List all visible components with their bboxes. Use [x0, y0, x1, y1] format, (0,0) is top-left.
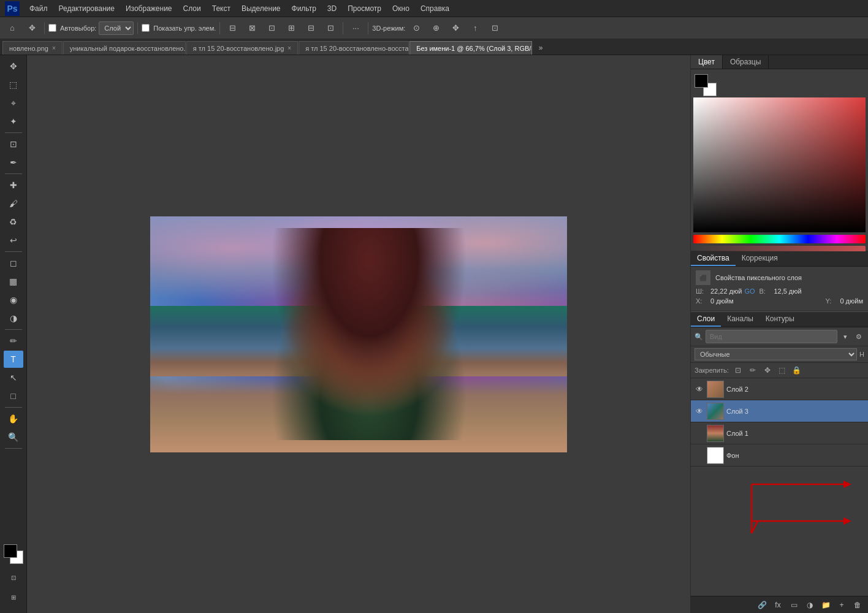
- eyedropper-tool[interactable]: ✒: [4, 154, 23, 171]
- mini-fg-swatch[interactable]: [695, 74, 708, 88]
- menu-image[interactable]: Изображение: [121, 3, 177, 14]
- tab-2[interactable]: я тл 15 20-восстановлено.jpg ×: [186, 41, 298, 55]
- canvas-image[interactable]: [150, 216, 567, 452]
- layers-search-input[interactable]: [706, 330, 837, 343]
- add-mask-btn[interactable]: ▭: [787, 598, 801, 612]
- history-brush-tool[interactable]: ↩: [4, 232, 23, 249]
- screen-mode-btn[interactable]: ⊞: [4, 588, 23, 606]
- add-style-btn[interactable]: fx: [771, 598, 785, 612]
- 3d-roll-btn[interactable]: ⊕: [427, 20, 444, 37]
- new-group-btn[interactable]: 📁: [819, 598, 832, 612]
- gradient-tool[interactable]: ▦: [4, 273, 23, 290]
- layer-1-visibility[interactable]: 👁: [695, 406, 704, 416]
- layer-row-0[interactable]: 👁 Слой 2: [691, 378, 868, 400]
- tab-3[interactable]: я тл 15 20-восстановлено-восстановлено.j…: [299, 41, 409, 55]
- align-center-btn[interactable]: ⊠: [243, 20, 261, 37]
- marquee-tool[interactable]: ⬚: [4, 76, 23, 93]
- lock-all-btn[interactable]: 🔒: [791, 365, 802, 376]
- canvas-area[interactable]: [27, 55, 690, 613]
- blur-tool[interactable]: ◉: [4, 291, 23, 308]
- swatches-tab[interactable]: Образцы: [723, 55, 769, 69]
- layers-filter-btn[interactable]: ▾: [840, 331, 851, 342]
- layer-0-visibility[interactable]: 👁: [695, 384, 704, 394]
- layers-tab-paths[interactable]: Контуры: [760, 312, 801, 327]
- layer-row-2[interactable]: Слой 1: [691, 422, 868, 444]
- layers-tab-layers[interactable]: Слои: [691, 312, 721, 327]
- shape-tool[interactable]: □: [4, 387, 23, 405]
- lock-nested-btn[interactable]: ⬚: [777, 365, 788, 376]
- menu-file[interactable]: Файл: [25, 3, 53, 14]
- color-spectrum[interactable]: [693, 97, 866, 232]
- distribute2-btn[interactable]: ⊡: [322, 20, 339, 37]
- menu-view[interactable]: Просмотр: [343, 3, 386, 14]
- new-layer-btn[interactable]: +: [835, 598, 848, 612]
- auto-select-checkbox[interactable]: [48, 24, 56, 32]
- hand-tool[interactable]: ✋: [4, 410, 23, 427]
- quick-mask-btn[interactable]: ⊡: [4, 569, 23, 586]
- move-tool[interactable]: ✥: [4, 58, 23, 75]
- clone-tool[interactable]: ♻: [4, 213, 23, 230]
- menu-edit[interactable]: Редактирование: [54, 3, 120, 14]
- hue-slider[interactable]: [693, 235, 866, 243]
- fg-bg-swatches[interactable]: [4, 544, 23, 564]
- correction-tab[interactable]: Коррекция: [736, 251, 784, 266]
- magic-wand-tool[interactable]: ✦: [4, 113, 23, 130]
- add-adjustment-btn[interactable]: ◑: [803, 598, 817, 612]
- align-top-btn[interactable]: ⊞: [283, 20, 300, 37]
- properties-tab[interactable]: Свойства: [691, 251, 736, 266]
- align-right-btn[interactable]: ⊡: [263, 20, 280, 37]
- lock-pixels-btn[interactable]: ⊡: [733, 365, 744, 376]
- tab-1[interactable]: уникальный подарок-восстановлено.png ×: [63, 41, 186, 55]
- distribute-btn[interactable]: ⊟: [302, 20, 319, 37]
- healing-tool[interactable]: ✚: [4, 177, 23, 194]
- menu-window[interactable]: Окно: [387, 3, 414, 14]
- 3d-pan-btn[interactable]: ✥: [447, 20, 464, 37]
- tab-4[interactable]: Без имени-1 @ 66,7% (Слой 3, RGB/8#) ×: [409, 41, 532, 55]
- lock-artboard-btn[interactable]: ✥: [762, 365, 773, 376]
- x-value: 0 дюйм: [710, 297, 734, 305]
- properties-panel: Свойства Коррекция ⬛ Свойства пиксельног…: [691, 251, 868, 311]
- show-transform-checkbox[interactable]: [142, 24, 150, 32]
- menu-3d[interactable]: 3D: [322, 3, 341, 14]
- menu-layers[interactable]: Слои: [178, 3, 206, 14]
- pen-tool[interactable]: ✏: [4, 332, 23, 349]
- blend-mode-select[interactable]: Обычные: [695, 348, 857, 360]
- menu-select[interactable]: Выделение: [237, 3, 286, 14]
- eraser-tool[interactable]: ◻: [4, 254, 23, 272]
- align-left-btn[interactable]: ⊟: [224, 20, 241, 37]
- layers-settings-btn[interactable]: ⚙: [853, 331, 864, 342]
- dodge-tool[interactable]: ◑: [4, 310, 23, 327]
- layer-row-1[interactable]: 👁 Слой 3: [691, 400, 868, 422]
- tab-0-close[interactable]: ×: [52, 45, 56, 51]
- brush-tool[interactable]: 🖌: [4, 195, 23, 212]
- layers-tab-channels[interactable]: Каналы: [721, 312, 760, 327]
- lock-position-btn[interactable]: ✏: [747, 365, 758, 376]
- layer-row-3[interactable]: Фон: [691, 444, 868, 466]
- delete-layer-btn[interactable]: 🗑: [851, 598, 864, 612]
- layer-3-visibility[interactable]: [695, 451, 704, 460]
- sep4: [343, 22, 343, 34]
- zoom-tool[interactable]: 🔍: [4, 428, 23, 446]
- color-tab[interactable]: Цвет: [691, 55, 723, 69]
- foreground-color-swatch[interactable]: [4, 544, 17, 558]
- type-tool[interactable]: T: [4, 351, 23, 368]
- link-layers-btn[interactable]: 🔗: [755, 598, 769, 612]
- menu-filter[interactable]: Фильтр: [287, 3, 321, 14]
- home-btn[interactable]: ⌂: [4, 20, 21, 37]
- 3d-scale-btn[interactable]: ⊡: [486, 20, 503, 37]
- tab-0[interactable]: новлено.png ×: [2, 41, 63, 55]
- crop-tool[interactable]: ⊡: [4, 135, 23, 153]
- tabs-overflow-btn[interactable]: »: [534, 41, 547, 55]
- menu-help[interactable]: Справка: [416, 3, 454, 14]
- 3d-orbit-btn[interactable]: ⊙: [408, 20, 425, 37]
- tab-2-close[interactable]: ×: [287, 45, 291, 51]
- auto-select-dropdown[interactable]: Слой: [99, 21, 134, 35]
- go-label[interactable]: GO: [744, 287, 756, 295]
- menu-text[interactable]: Текст: [207, 3, 235, 14]
- lasso-tool[interactable]: ⌖: [4, 94, 23, 112]
- layer-2-visibility[interactable]: [695, 428, 704, 438]
- path-select-tool[interactable]: ↖: [4, 369, 23, 386]
- move-tool-btn[interactable]: ✥: [23, 20, 40, 37]
- 3d-slide-btn[interactable]: ↑: [466, 20, 484, 37]
- more-btn[interactable]: ···: [347, 20, 364, 37]
